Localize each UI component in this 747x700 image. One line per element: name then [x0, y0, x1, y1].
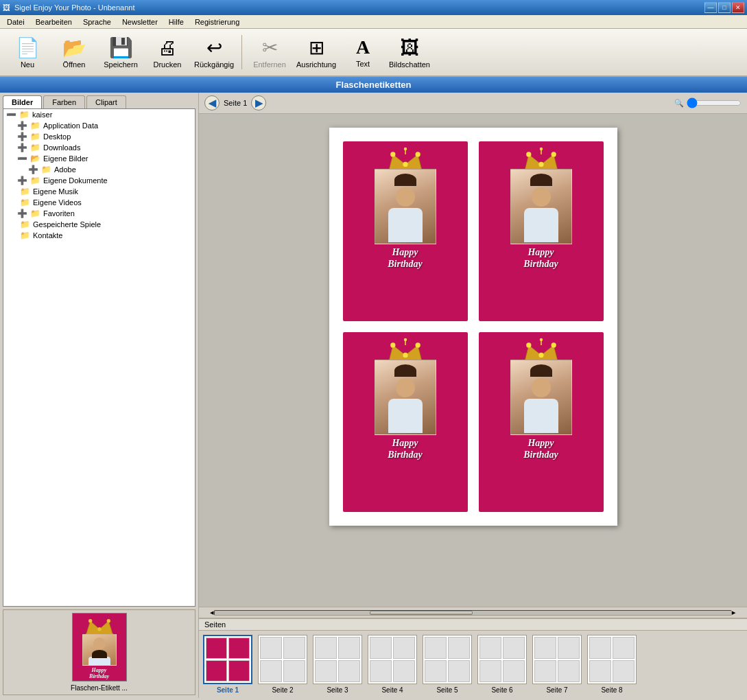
- folder-icon-2: ➕: [17, 132, 27, 141]
- preview-thumbnail[interactable]: HappyBirthday: [72, 613, 127, 681]
- next-page-button[interactable]: ▶: [251, 95, 266, 110]
- page-label-8: Seite 8: [601, 686, 622, 694]
- prev-page-button[interactable]: ◀: [204, 95, 220, 110]
- page-label-6: Seite 6: [491, 686, 512, 694]
- minimize-button[interactable]: —: [704, 2, 717, 13]
- toolbar-oeffnen[interactable]: 📂 Öffnen: [52, 32, 96, 73]
- h-scroll-track[interactable]: [214, 610, 732, 616]
- tree-item-eigene-bilder[interactable]: ➖ 📂 Eigene Bilder: [14, 153, 195, 164]
- toolbar-text[interactable]: A Text: [341, 32, 385, 73]
- body-3: [388, 399, 423, 433]
- toolbar-bildschatten[interactable]: 🖼 Bildschatten: [388, 32, 431, 73]
- thumb-cell-6b: [503, 637, 525, 659]
- menu-newsletter[interactable]: Newsletter: [117, 16, 163, 27]
- menu-sprache[interactable]: Sprache: [78, 16, 117, 27]
- tree-item-application-data[interactable]: ➕ 📁 Application Data: [14, 120, 195, 131]
- photo-area-4: [510, 360, 572, 435]
- page-label-2: Seite 2: [272, 686, 293, 694]
- thumb-cell-6d: [503, 660, 525, 682]
- h-scroll-thumb[interactable]: [370, 611, 473, 615]
- toolbar-neu[interactable]: 📄 Neu: [5, 32, 49, 73]
- label-card-2[interactable]: Happy Birthday: [479, 141, 604, 321]
- folder-img-2: 📁: [30, 132, 40, 141]
- svg-point-25: [403, 338, 406, 341]
- tree-label-8: Eigene Videos: [33, 198, 82, 207]
- menu-bearbeiten[interactable]: Bearbeiten: [30, 16, 78, 27]
- folder-expand-icon: ➖: [6, 110, 16, 119]
- thumb-cell-2a: [260, 637, 282, 659]
- toolbar-rueckgaengig[interactable]: ↩ Rückgängig: [192, 32, 236, 73]
- tab-clipart[interactable]: Clipart: [86, 95, 126, 108]
- thumb-cell-5a: [425, 637, 447, 659]
- zoom-icon: 🔍: [674, 99, 684, 108]
- maximize-button[interactable]: □: [718, 2, 731, 13]
- toolbar-text-label: Text: [356, 60, 370, 68]
- left-panel: Bilder Farben Clipart ➖ 📁 kaiser ➕ 📁 App…: [0, 93, 199, 698]
- page-thumb-5[interactable]: Seite 5: [423, 635, 472, 694]
- print-icon: 🖨: [158, 36, 177, 59]
- tree-item-adobe[interactable]: ➕ 📁 Adobe: [25, 164, 195, 175]
- body-2: [524, 208, 558, 242]
- toolbar-drucken[interactable]: 🖨 Drucken: [145, 32, 189, 73]
- page-thumb-6[interactable]: Seite 6: [477, 635, 527, 694]
- text-icon: A: [356, 36, 370, 58]
- folder-icon-1: ➕: [17, 121, 27, 130]
- label-card-4[interactable]: Happy Birthday: [479, 332, 604, 512]
- page-thumb-8[interactable]: Seite 8: [587, 635, 637, 694]
- thumb-cell-7d: [558, 660, 580, 682]
- thumb-cell-3a: [315, 637, 337, 659]
- root-folder-icon: 📁: [19, 110, 29, 119]
- tree-item-desktop[interactable]: ➕ 📁 Desktop: [14, 131, 195, 142]
- preview-label: Flaschen-Etikett ...: [71, 684, 128, 692]
- thumb-cell-8c: [589, 660, 611, 682]
- scroll-right-btn[interactable]: ▸: [732, 608, 736, 617]
- tab-farben[interactable]: Farben: [43, 95, 85, 108]
- toolbar-entfernen-label: Entfernen: [253, 60, 286, 69]
- label-card-1[interactable]: Happy Birthday: [343, 141, 468, 321]
- tree-label-3: Downloads: [43, 143, 80, 152]
- label-card-3[interactable]: Happy Birthday: [343, 332, 468, 512]
- tree-item-kontakte[interactable]: 📁 Kontakte: [14, 230, 195, 241]
- toolbar-entfernen[interactable]: ✂ Entfernen: [248, 32, 292, 73]
- menu-datei[interactable]: Datei: [1, 16, 30, 27]
- folder-icon-3: ➕: [17, 143, 27, 152]
- svg-point-3: [106, 619, 110, 622]
- thumb-cell-6c: [479, 660, 501, 682]
- tabs: Bilder Farben Clipart: [0, 93, 198, 108]
- tree-label-2: Desktop: [43, 132, 71, 141]
- hair-1: [394, 174, 416, 186]
- tree-item-gespeicherte-spiele[interactable]: 📁 Gespeicherte Spiele: [14, 219, 195, 230]
- tree-item-favoriten[interactable]: ➕ 📁 Favoriten: [14, 208, 195, 219]
- hair-2: [530, 174, 552, 186]
- toolbar-ausrichtung[interactable]: ⊞ Ausrichtung: [294, 32, 338, 73]
- tree-item-eigene-musik[interactable]: 📁 Eigene Musik: [14, 186, 195, 197]
- thumb-cell-7c: [534, 660, 556, 682]
- file-tree[interactable]: ➖ 📁 kaiser ➕ 📁 Application Data ➕ 📁 Desk…: [3, 108, 195, 607]
- thumb-cell-2b: [283, 637, 305, 659]
- tree-item-eigene-dokumente[interactable]: ➕ 📁 Eigene Dokumente: [14, 175, 195, 186]
- tree-item-downloads[interactable]: ➕ 📁 Downloads: [14, 142, 195, 153]
- folder-img-11: 📁: [20, 231, 30, 240]
- pages-tab: Seiten: [199, 619, 747, 631]
- menu-registrierung[interactable]: Registrierung: [189, 16, 245, 27]
- page-thumb-2[interactable]: Seite 2: [258, 635, 307, 694]
- zoom-slider[interactable]: [687, 97, 742, 108]
- thumb-cell-5d: [448, 660, 470, 682]
- svg-point-20: [390, 342, 395, 347]
- toolbar-speichern[interactable]: 💾 Speichern: [99, 32, 143, 73]
- tree-item-eigene-videos[interactable]: 📁 Eigene Videos: [14, 197, 195, 208]
- page-label-4: Seite 4: [381, 686, 403, 694]
- folder-img-3: 📁: [30, 143, 40, 152]
- page-thumb-7[interactable]: Seite 7: [532, 635, 582, 694]
- page-thumb-4[interactable]: Seite 4: [368, 635, 417, 694]
- page-thumb-1[interactable]: Seite 1: [203, 635, 252, 694]
- svg-point-32: [539, 338, 542, 341]
- menu-hilfe[interactable]: Hilfe: [163, 16, 189, 27]
- svg-point-22: [415, 342, 420, 347]
- close-button[interactable]: ✕: [732, 2, 744, 13]
- svg-point-18: [539, 148, 542, 150]
- tab-bilder[interactable]: Bilder: [3, 95, 42, 108]
- tree-root[interactable]: ➖ 📁 kaiser: [3, 109, 195, 120]
- folder-img-8: 📁: [20, 198, 30, 207]
- page-thumb-3[interactable]: Seite 3: [313, 635, 362, 694]
